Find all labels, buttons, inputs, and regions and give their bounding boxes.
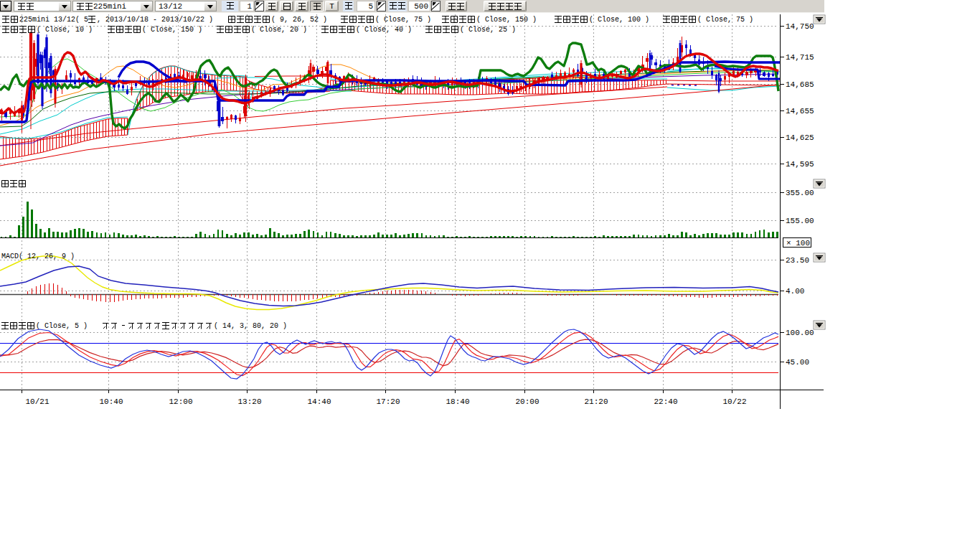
svg-text:22:40: 22:40 (654, 397, 677, 406)
svg-text:225mini 13/12( 5: 225mini 13/12( 5 (19, 16, 88, 24)
svg-text:( Close, 40 ): ( Close, 40 ) (356, 26, 412, 34)
svg-text:10/22: 10/22 (722, 397, 746, 406)
svg-text:( Close, 150 ): ( Close, 150 ) (142, 26, 202, 34)
svg-text:23.50: 23.50 (786, 256, 809, 265)
svg-text:14,595: 14,595 (786, 160, 814, 169)
svg-text:14,655: 14,655 (786, 107, 814, 116)
svg-text:( Close, 150 ): ( Close, 150 ) (476, 16, 537, 24)
svg-text:( Close, 75 ): ( Close, 75 ) (697, 16, 753, 24)
svg-text:45.00: 45.00 (786, 358, 809, 367)
svg-text:, 2013/10/18 - 2013/10/22 ): , 2013/10/18 - 2013/10/22 ) (97, 16, 213, 24)
svg-text:13:20: 13:20 (237, 397, 261, 406)
svg-text:4.00: 4.00 (786, 287, 804, 296)
svg-text:14,685: 14,685 (786, 80, 814, 89)
svg-text:18:40: 18:40 (446, 397, 469, 406)
svg-text:( Close, 5 ): ( Close, 5 ) (36, 322, 88, 330)
svg-text:10:40: 10:40 (99, 397, 123, 406)
svg-text:( Close, 100 ): ( Close, 100 ) (589, 16, 649, 24)
svg-text:MACD( 12, 26, 9 ): MACD( 12, 26, 9 ) (1, 253, 75, 260)
svg-text:355.00: 355.00 (786, 189, 814, 197)
svg-text:20:00: 20:00 (515, 397, 539, 406)
svg-text:14,750: 14,750 (786, 22, 814, 31)
svg-text:12:00: 12:00 (169, 397, 192, 406)
svg-text:( 9, 26, 52 ): ( 9, 26, 52 ) (271, 16, 327, 24)
svg-text:( Close, 75 ): ( Close, 75 ) (375, 16, 431, 24)
svg-text:( Close, 25 ): ( Close, 25 ) (460, 26, 516, 34)
svg-text:( 14, 3, 80, 20 ): ( 14, 3, 80, 20 ) (214, 322, 287, 330)
svg-text:21:20: 21:20 (584, 397, 608, 406)
svg-text:100.00: 100.00 (786, 329, 814, 337)
svg-text:( Close, 10 ): ( Close, 10 ) (37, 26, 93, 34)
svg-text:× 100: × 100 (786, 239, 810, 248)
svg-text:155.00: 155.00 (786, 217, 814, 225)
svg-text:17:20: 17:20 (376, 397, 400, 406)
svg-text:14,715: 14,715 (786, 53, 814, 62)
svg-text:14:40: 14:40 (307, 397, 331, 406)
svg-text:14,625: 14,625 (786, 133, 814, 142)
svg-text:( Close, 20 ): ( Close, 20 ) (251, 26, 307, 34)
svg-text:10/21: 10/21 (25, 397, 49, 406)
